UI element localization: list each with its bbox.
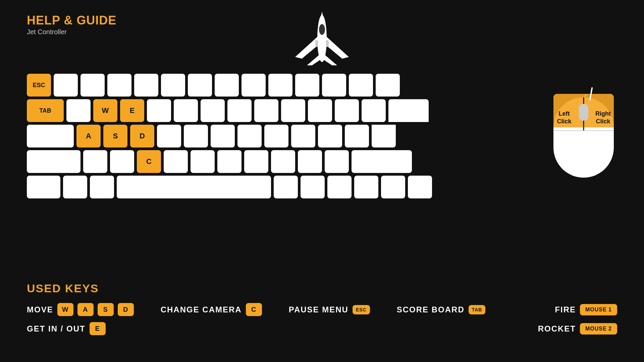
key-badge-mouse2: MOUSE 2 [580, 323, 617, 335]
key-h [211, 125, 235, 147]
key-f6 [188, 74, 212, 97]
getin-label: GET IN / OUT [27, 324, 86, 334]
key-x [110, 150, 134, 173]
key-b [191, 150, 215, 173]
key-badge-s: S [98, 303, 114, 316]
svg-text:Right: Right [595, 110, 611, 117]
key-menu [301, 176, 325, 198]
key-badge-c: C [246, 303, 262, 316]
scoreboard-label: SCORE BOARD [397, 305, 465, 314]
key-f [157, 125, 181, 147]
keyboard: ESC TAB W E A S D [27, 74, 432, 198]
key-t [174, 99, 198, 122]
mouse-svg: Left Click Right Click [543, 94, 624, 208]
key-f7 [215, 74, 239, 97]
svg-text:Click: Click [557, 118, 572, 125]
key-bracket-r [362, 99, 386, 122]
key-arr-up [381, 176, 405, 198]
keyboard-row-4: C [27, 150, 432, 173]
key-period [298, 150, 322, 173]
svg-text:Left: Left [559, 110, 570, 117]
scoreboard-group: SCORE BOARD TAB [397, 305, 486, 314]
keyboard-row-2: TAB W E [27, 99, 432, 122]
svg-point-4 [319, 24, 325, 35]
key-esc: ESC [27, 74, 51, 97]
key-z [83, 150, 107, 173]
camera-label: CHANGE CAMERA [161, 305, 242, 314]
key-q [66, 99, 91, 122]
key-enter-bottom [372, 125, 396, 147]
svg-rect-9 [579, 104, 588, 121]
fire-group: FIRE MOUSE 1 [555, 304, 617, 315]
key-quote [345, 125, 369, 147]
svg-text:Click: Click [596, 118, 610, 125]
key-j [237, 125, 262, 147]
key-p [308, 99, 332, 122]
getin-group: GET IN / OUT E [27, 322, 106, 335]
header: HELP & GUIDE Jet Controller [27, 13, 116, 36]
camera-group: CHANGE CAMERA C [161, 303, 262, 316]
svg-rect-5 [315, 40, 318, 47]
key-w: W [93, 99, 117, 122]
key-f3 [107, 74, 131, 97]
key-caps [27, 125, 74, 147]
key-d: D [130, 125, 154, 147]
used-keys-row-1: MOVE W A S D CHANGE CAMERA C PAUSE MENU … [27, 303, 617, 316]
key-f10 [295, 74, 319, 97]
key-a: A [76, 125, 101, 147]
rocket-group: ROCKET MOUSE 2 [538, 323, 617, 335]
key-f11 [322, 74, 346, 97]
key-n [217, 150, 241, 173]
key-e: E [120, 99, 144, 122]
key-r [147, 99, 171, 122]
key-del [376, 74, 400, 97]
used-keys-row-2: GET IN / OUT E ROCKET MOUSE 2 [27, 322, 617, 335]
key-comma [271, 150, 295, 173]
key-arr-left [354, 176, 378, 198]
key-i [254, 99, 278, 122]
key-f2 [80, 74, 105, 97]
key-f1 [54, 74, 78, 97]
key-g [184, 125, 208, 147]
key-v [164, 150, 188, 173]
keyboard-row-3: A S D [27, 125, 432, 147]
fire-label: FIRE [555, 305, 576, 314]
key-fn [63, 176, 87, 198]
key-alt-right [274, 176, 298, 198]
key-space [117, 176, 271, 198]
key-f5 [161, 74, 185, 97]
key-o [281, 99, 305, 122]
key-badge-e: E [90, 322, 106, 335]
key-f8 [241, 74, 266, 97]
key-semicolon [318, 125, 342, 147]
header-subtitle: Jet Controller [27, 28, 116, 36]
key-f9 [268, 74, 292, 97]
key-enter-top [388, 99, 429, 122]
key-badge-esc: ESC [353, 305, 370, 314]
keyboard-row-5 [27, 176, 432, 198]
key-badge-a: A [77, 303, 94, 316]
jet-icon [288, 10, 356, 68]
used-keys-section: USED KEYS MOVE W A S D CHANGE CAMERA C P… [27, 282, 617, 335]
key-m [244, 150, 268, 173]
key-arr-right [408, 176, 432, 198]
key-k [264, 125, 288, 147]
key-u [227, 99, 252, 122]
rocket-label: ROCKET [538, 324, 576, 334]
key-badge-d: D [118, 303, 134, 316]
key-badge-tab: TAB [469, 305, 486, 314]
key-f4 [134, 74, 158, 97]
used-keys-rows: MOVE W A S D CHANGE CAMERA C PAUSE MENU … [27, 303, 617, 335]
key-s: S [103, 125, 127, 147]
mouse-diagram: Left Click Right Click [543, 94, 624, 209]
key-l [291, 125, 315, 147]
key-shift-right [352, 150, 412, 173]
key-f12 [349, 74, 373, 97]
pause-group: PAUSE MENU ESC [289, 305, 370, 314]
key-c: C [137, 150, 161, 173]
keyboard-row-1: ESC [27, 74, 432, 97]
key-badge-mouse1: MOUSE 1 [580, 304, 617, 315]
move-group: MOVE W A S D [27, 303, 134, 316]
key-alt-left [90, 176, 114, 198]
svg-rect-6 [326, 40, 329, 47]
